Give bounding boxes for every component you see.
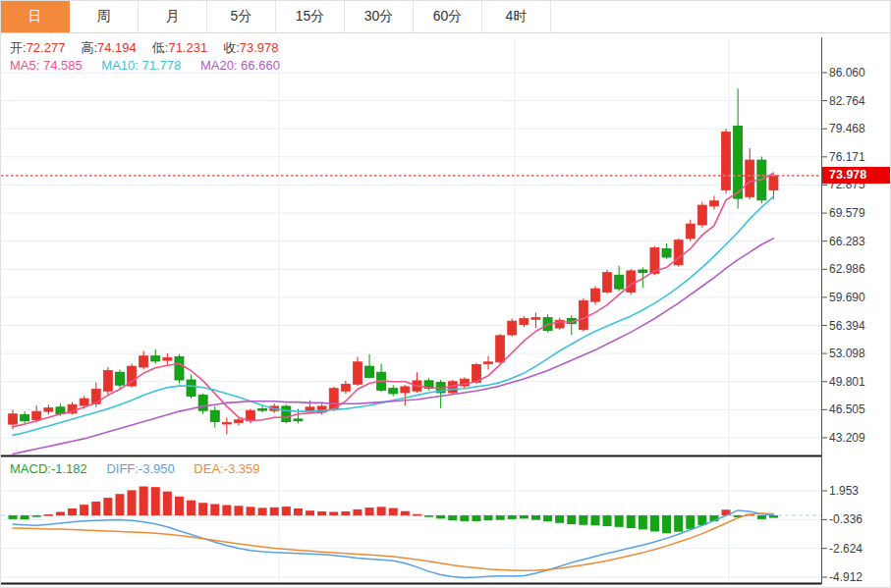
- macd-bar: [365, 508, 374, 515]
- ma20-legend: MA20: 66.660: [200, 58, 280, 73]
- low-value: 71.231: [168, 40, 207, 55]
- chart-canvas[interactable]: 86.06082.76479.46876.17172.87569.57966.2…: [1, 33, 891, 588]
- macd-bar: [615, 515, 624, 527]
- tab-day[interactable]: 日: [1, 1, 70, 32]
- macd-bar: [662, 515, 671, 533]
- tab-30min[interactable]: 30分: [345, 1, 414, 32]
- macd-bar: [472, 515, 480, 521]
- candle-body: [353, 362, 362, 385]
- macd-bar: [460, 515, 469, 521]
- ma5-legend: MA5: 74.585: [10, 58, 83, 73]
- high-label: 高:: [81, 40, 97, 55]
- candle-body: [9, 414, 18, 424]
- macd-bar: [757, 515, 766, 519]
- macd-bar: [210, 504, 219, 515]
- low-group: 低:71.231: [152, 40, 207, 55]
- period-tabbar: 日 周 月 5分 15分 30分 60分 4时: [1, 1, 890, 33]
- macd-bar: [282, 507, 291, 515]
- macd-bar: [21, 515, 29, 519]
- candle-body: [175, 357, 184, 380]
- macd-line-dea: [13, 513, 773, 570]
- axis-tick-label: 43.209: [829, 431, 865, 445]
- macd-bar: [389, 508, 398, 515]
- macd-bar: [579, 515, 587, 525]
- ma-legend: MA5: 74.585 MA10: 71.778 MA20: 66.660: [10, 58, 296, 73]
- candle-body: [746, 160, 754, 196]
- macd-bar: [413, 514, 421, 516]
- macd-bar: [128, 490, 137, 515]
- macd-bar: [377, 507, 386, 515]
- macd-bar: [270, 508, 279, 515]
- candle-body: [151, 356, 160, 361]
- axis-tick-label: 62.986: [829, 262, 865, 276]
- candle-body: [115, 372, 124, 385]
- candle-body: [722, 132, 731, 189]
- macd-bar: [9, 515, 18, 519]
- macd-bar: [198, 503, 207, 515]
- macd-bar: [590, 515, 599, 525]
- axis-tick-label: 56.394: [829, 319, 865, 333]
- axis-tick-label: 1.953: [829, 484, 859, 498]
- close-value: 73.978: [240, 40, 279, 55]
- macd-bar: [508, 515, 517, 519]
- tab-4hour[interactable]: 4时: [482, 1, 551, 32]
- macd-bar: [650, 515, 659, 531]
- macd-bar: [531, 515, 540, 520]
- candle-body: [80, 399, 88, 405]
- candle-body: [520, 319, 529, 325]
- close-label: 收:: [223, 40, 240, 55]
- macd-bar: [234, 506, 243, 515]
- macd-bar: [187, 501, 195, 515]
- axis-tick-label: -0.336: [829, 512, 863, 526]
- macd-bar: [686, 515, 695, 529]
- axis-tick-label: 69.579: [829, 206, 865, 220]
- macd-bar: [80, 505, 88, 515]
- axis-tick-label: 46.505: [829, 402, 865, 416]
- macd-value-legend: MACD:-1.182: [10, 461, 87, 476]
- tab-month[interactable]: 月: [139, 1, 207, 32]
- candle-body: [401, 387, 410, 393]
- axis-tick-label: 82.764: [829, 94, 865, 108]
- chart-area: 86.06082.76479.46876.17172.87569.57966.2…: [1, 33, 891, 588]
- candle-body: [258, 409, 267, 411]
- tab-5min[interactable]: 5分: [207, 1, 276, 32]
- candle-body: [234, 420, 243, 423]
- macd-bar: [603, 515, 612, 526]
- axis-tick-label: 49.801: [829, 375, 865, 389]
- candle-body: [187, 380, 195, 396]
- macd-bar: [543, 515, 552, 521]
- candle-body: [139, 356, 148, 367]
- macd-bar: [222, 506, 231, 516]
- open-label: 开:: [10, 40, 27, 55]
- high-value: 74.194: [97, 40, 137, 55]
- tab-week[interactable]: 周: [70, 1, 139, 32]
- macd-bar: [496, 515, 505, 520]
- axis-tick-label: -4.912: [829, 570, 863, 584]
- close-group: 收:73.978: [223, 40, 278, 55]
- candle-body: [590, 289, 599, 301]
- axis-tick-label: 76.171: [829, 150, 865, 164]
- tab-60min[interactable]: 60分: [414, 1, 482, 32]
- macd-bar: [555, 515, 564, 523]
- macd-bar: [163, 492, 172, 515]
- tab-15min[interactable]: 15分: [276, 1, 345, 32]
- macd-bar: [317, 511, 326, 515]
- macd-bar: [56, 511, 65, 515]
- open-group: 开:72.277: [10, 40, 65, 55]
- candle-body: [662, 248, 671, 257]
- macd-bar: [139, 487, 148, 515]
- open-value: 72.277: [27, 40, 66, 55]
- candle-body: [627, 271, 636, 293]
- candle-body: [709, 201, 718, 206]
- dea-value-legend: DEA:-3.359: [194, 461, 259, 476]
- macd-bar: [151, 487, 160, 515]
- candle-body: [163, 357, 172, 360]
- axis-tick-label: -2.624: [829, 542, 863, 556]
- macd-bar: [674, 515, 683, 532]
- macd-bar: [448, 515, 457, 520]
- candle-body: [389, 389, 398, 394]
- ma10-legend: MA10: 71.778: [101, 58, 181, 73]
- axis-tick-label: 86.060: [829, 66, 865, 80]
- macd-bar: [329, 511, 338, 515]
- low-label: 低:: [152, 40, 169, 55]
